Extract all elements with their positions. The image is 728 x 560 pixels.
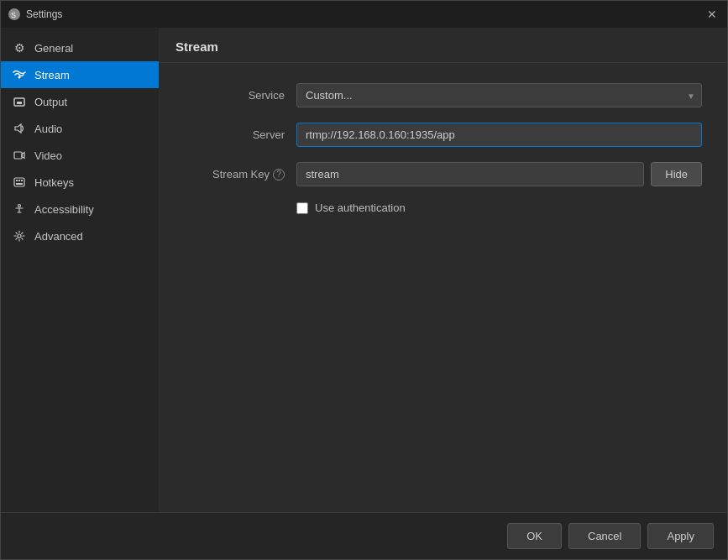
sidebar-item-advanced-label: Advanced — [34, 230, 83, 243]
titlebar-title: Settings — [26, 8, 62, 20]
server-control — [296, 123, 702, 147]
advanced-icon — [13, 229, 26, 243]
svg-rect-9 — [21, 180, 23, 181]
cancel-button[interactable]: Cancel — [568, 523, 641, 549]
server-row: Server — [184, 123, 702, 147]
sidebar-item-advanced[interactable]: Advanced — [1, 222, 159, 249]
stream-key-label: Stream Key — [212, 168, 270, 181]
hide-button[interactable]: Hide — [651, 162, 702, 186]
settings-window: S Settings ✕ ⚙ General Stre — [0, 0, 728, 560]
service-control: Custom... ▼ — [296, 83, 702, 107]
server-input[interactable] — [296, 123, 702, 147]
ok-button[interactable]: OK — [507, 523, 562, 549]
sidebar: ⚙ General Stream — [1, 28, 159, 512]
service-label: Service — [184, 89, 285, 102]
sidebar-item-output[interactable]: Output — [1, 88, 159, 115]
titlebar: S Settings ✕ — [1, 1, 727, 28]
panel: Stream Service Custom... ▼ — [159, 28, 727, 512]
titlebar-left: S Settings — [8, 8, 62, 21]
svg-rect-8 — [18, 180, 20, 181]
panel-body: Service Custom... ▼ Server — [159, 63, 727, 512]
svg-rect-7 — [16, 180, 18, 181]
use-auth-checkbox[interactable] — [296, 202, 308, 214]
help-icon[interactable]: ? — [273, 169, 285, 181]
svg-point-2 — [18, 76, 21, 79]
sidebar-item-video[interactable]: Video — [1, 142, 159, 169]
accessibility-icon — [13, 202, 26, 216]
stream-icon — [13, 68, 26, 81]
sidebar-item-stream-label: Stream — [34, 69, 70, 81]
sidebar-item-audio[interactable]: Audio — [1, 115, 159, 142]
footer: OK Cancel Apply — [1, 512, 727, 559]
app-icon: S — [8, 8, 21, 21]
auth-row: Use authentication — [296, 201, 702, 214]
svg-rect-4 — [17, 102, 22, 104]
stream-key-row: Stream Key ? Hide — [184, 162, 702, 186]
svg-point-11 — [18, 205, 21, 207]
svg-point-12 — [18, 234, 21, 238]
svg-rect-6 — [14, 178, 24, 186]
panel-title: Stream — [159, 28, 727, 63]
svg-rect-10 — [16, 183, 23, 185]
stream-key-label-group: Stream Key ? — [184, 168, 285, 181]
audio-icon — [13, 122, 26, 135]
general-icon: ⚙ — [13, 41, 26, 55]
sidebar-item-general-label: General — [34, 42, 73, 55]
stream-key-input[interactable] — [296, 162, 644, 186]
sidebar-item-accessibility[interactable]: Accessibility — [1, 196, 159, 222]
main-content: ⚙ General Stream — [1, 28, 727, 512]
sidebar-item-video-label: Video — [34, 149, 62, 162]
stream-key-control: Hide — [296, 162, 702, 186]
sidebar-item-audio-label: Audio — [34, 123, 62, 135]
sidebar-item-output-label: Output — [34, 96, 67, 108]
sidebar-item-general[interactable]: ⚙ General — [1, 34, 159, 61]
stream-key-label-wrap: Stream Key ? — [184, 168, 285, 181]
sidebar-item-stream[interactable]: Stream — [1, 61, 159, 88]
video-icon — [13, 149, 26, 162]
service-select[interactable]: Custom... — [296, 83, 702, 107]
service-select-wrap: Custom... ▼ — [296, 83, 702, 107]
server-label: Server — [184, 128, 285, 141]
apply-button[interactable]: Apply — [647, 523, 714, 549]
output-icon — [13, 95, 26, 108]
sidebar-item-hotkeys[interactable]: Hotkeys — [1, 169, 159, 196]
svg-rect-5 — [14, 152, 22, 159]
svg-text:S: S — [11, 11, 16, 19]
sidebar-item-accessibility-label: Accessibility — [34, 203, 94, 216]
service-row: Service Custom... ▼ — [184, 83, 702, 107]
use-auth-label: Use authentication — [315, 201, 406, 214]
close-button[interactable]: ✕ — [704, 6, 720, 23]
hotkeys-icon — [13, 175, 26, 189]
sidebar-item-hotkeys-label: Hotkeys — [34, 176, 74, 189]
